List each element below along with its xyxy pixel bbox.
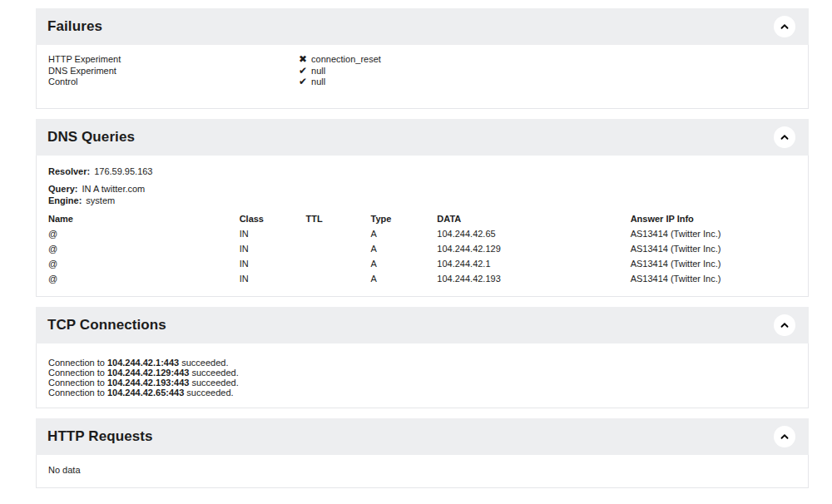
dns-table-header-row: Name Class TTL Type DATA Answer IP Info xyxy=(48,211,795,226)
cell-answer-ip-info: AS13414 (Twitter Inc.) xyxy=(631,271,795,286)
query-value: IN A twitter.com xyxy=(82,184,145,194)
column-header-class: Class xyxy=(240,211,306,226)
http-requests-collapse-button[interactable] xyxy=(774,426,795,447)
tcp-suffix: succeeded. xyxy=(184,388,233,398)
cell-name: @ xyxy=(48,226,240,241)
chevron-up-icon xyxy=(779,21,790,32)
failure-value-text: null xyxy=(311,66,325,77)
failure-label: HTTP Experiment xyxy=(48,54,299,66)
cell-name: @ xyxy=(48,241,240,256)
column-header-answer-ip-info: Answer IP Info xyxy=(631,211,795,226)
cell-type: A xyxy=(370,256,437,271)
cell-ttl xyxy=(305,256,370,271)
section-http-requests: HTTP Requests No data xyxy=(36,418,809,488)
cell-type: A xyxy=(370,226,437,241)
table-row: @ IN A 104.244.42.129 AS13414 (Twitter I… xyxy=(48,241,795,256)
measurement-details-page: Failures HTTP Experiment ✖ connection_re… xyxy=(0,0,832,504)
dns-answers-table: Name Class TTL Type DATA Answer IP Info … xyxy=(48,211,795,286)
cell-class: IN xyxy=(240,241,306,256)
cell-answer-ip-info: AS13414 (Twitter Inc.) xyxy=(631,226,795,241)
failures-title: Failures xyxy=(47,18,102,35)
failure-row: Control ✔ null xyxy=(48,77,795,88)
resolver-value: 176.59.95.163 xyxy=(94,166,152,176)
tcp-connection-line: Connection to 104.244.42.1:443 succeeded… xyxy=(48,358,795,368)
tcp-connections-header: TCP Connections xyxy=(36,307,809,343)
section-failures: Failures HTTP Experiment ✖ connection_re… xyxy=(36,8,809,109)
tcp-suffix: succeeded. xyxy=(179,358,228,368)
tcp-endpoint: 104.244.42.1:443 xyxy=(107,358,179,368)
tcp-suffix: succeeded. xyxy=(189,368,238,378)
failure-label: DNS Experiment xyxy=(48,66,299,77)
column-header-data: DATA xyxy=(437,211,630,226)
cell-data: 104.244.42.193 xyxy=(437,271,630,286)
tcp-connections-collapse-button[interactable] xyxy=(774,314,795,336)
failure-row: HTTP Experiment ✖ connection_reset xyxy=(48,54,795,66)
cross-icon: ✖ xyxy=(299,54,307,66)
cell-type: A xyxy=(370,271,437,286)
tcp-connection-line: Connection to 104.244.42.65:443 succeede… xyxy=(48,388,795,398)
table-row: @ IN A 104.244.42.65 AS13414 (Twitter In… xyxy=(48,226,795,241)
engine-label: Engine: xyxy=(48,195,82,205)
engine-value: system xyxy=(86,195,115,205)
table-row: @ IN A 104.244.42.193 AS13414 (Twitter I… xyxy=(48,271,795,286)
failure-value: ✔ null xyxy=(299,66,325,77)
failures-body: HTTP Experiment ✖ connection_reset DNS E… xyxy=(36,45,809,109)
resolver-label: Resolver: xyxy=(48,166,90,176)
failures-collapse-button[interactable] xyxy=(774,16,795,37)
failures-header: Failures xyxy=(36,8,809,45)
tcp-endpoint: 104.244.42.65:443 xyxy=(107,388,184,398)
dns-resolver-line: Resolver:176.59.95.163 xyxy=(48,166,795,178)
cell-class: IN xyxy=(240,271,306,286)
cell-answer-ip-info: AS13414 (Twitter Inc.) xyxy=(631,241,795,256)
dns-queries-header: DNS Queries xyxy=(36,119,809,156)
cell-answer-ip-info: AS13414 (Twitter Inc.) xyxy=(631,256,795,271)
failure-value: ✖ connection_reset xyxy=(299,54,381,66)
tcp-suffix: succeeded. xyxy=(189,378,238,388)
failure-value-text: null xyxy=(311,77,325,88)
tcp-connection-line: Connection to 104.244.42.129:443 succeed… xyxy=(48,368,795,378)
tcp-connection-line: Connection to 104.244.42.193:443 succeed… xyxy=(48,378,795,388)
failure-value: ✔ null xyxy=(299,77,325,88)
column-header-name: Name xyxy=(48,211,240,226)
chevron-up-icon xyxy=(779,319,790,331)
cell-ttl xyxy=(305,271,370,286)
cell-name: @ xyxy=(48,256,240,271)
http-requests-body: No data xyxy=(36,455,809,488)
chevron-up-icon xyxy=(779,131,790,143)
tcp-endpoint: 104.244.42.193:443 xyxy=(107,378,189,388)
column-header-ttl: TTL xyxy=(305,211,370,226)
dns-queries-body: Resolver:176.59.95.163 Query:IN A twitte… xyxy=(36,156,809,298)
chevron-up-icon xyxy=(779,431,790,442)
tcp-prefix: Connection to xyxy=(48,388,107,398)
cell-name: @ xyxy=(48,271,240,286)
cell-class: IN xyxy=(240,226,306,241)
dns-engine-line: Engine:system xyxy=(48,195,795,207)
check-icon: ✔ xyxy=(299,66,307,77)
failure-value-text: connection_reset xyxy=(311,54,381,66)
cell-data: 104.244.42.65 xyxy=(437,226,630,241)
failure-row: DNS Experiment ✔ null xyxy=(48,66,795,77)
dns-queries-title: DNS Queries xyxy=(47,129,135,146)
cell-ttl xyxy=(305,226,370,241)
cell-data: 104.244.42.129 xyxy=(437,241,630,256)
cell-class: IN xyxy=(240,256,306,271)
failure-label: Control xyxy=(48,77,299,88)
http-requests-header: HTTP Requests xyxy=(36,418,809,455)
tcp-connections-body: Connection to 104.244.42.1:443 succeeded… xyxy=(36,343,809,408)
tcp-prefix: Connection to xyxy=(48,368,107,378)
cell-type: A xyxy=(370,241,437,256)
check-icon: ✔ xyxy=(299,77,307,88)
tcp-prefix: Connection to xyxy=(48,378,107,388)
http-requests-title: HTTP Requests xyxy=(47,428,153,445)
dns-queries-collapse-button[interactable] xyxy=(774,126,795,148)
tcp-connections-title: TCP Connections xyxy=(47,317,166,334)
section-dns-queries: DNS Queries Resolver:176.59.95.163 Query… xyxy=(36,119,809,298)
query-label: Query: xyxy=(48,184,77,194)
cell-ttl xyxy=(305,241,370,256)
tcp-endpoint: 104.244.42.129:443 xyxy=(107,368,189,378)
tcp-prefix: Connection to xyxy=(48,358,107,368)
cell-data: 104.244.42.1 xyxy=(437,256,630,271)
dns-query-line: Query:IN A twitter.com xyxy=(48,184,795,195)
section-tcp-connections: TCP Connections Connection to 104.244.42… xyxy=(36,307,809,408)
no-data-text: No data xyxy=(48,465,81,475)
